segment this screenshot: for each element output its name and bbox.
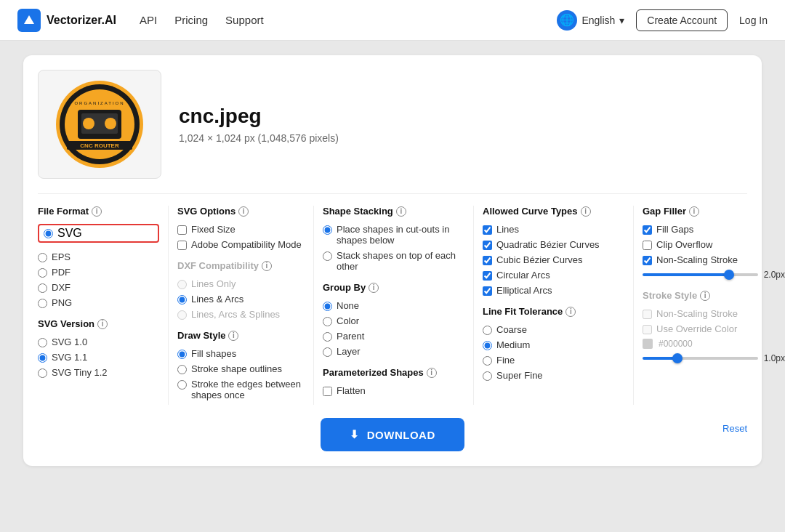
svg-options-title: SVG Options i xyxy=(177,206,305,217)
lines-checkbox[interactable] xyxy=(483,225,492,235)
stroke-slider-row: 1.0px xyxy=(643,353,785,363)
dxf-radio[interactable] xyxy=(38,283,47,293)
flatten-label: Flatten xyxy=(337,385,366,396)
svg-marker-0 xyxy=(24,15,34,24)
lines-arcs-splines-radio[interactable] xyxy=(177,310,187,320)
adobe-compat-checkbox[interactable] xyxy=(177,241,187,250)
pdf-option: PDF xyxy=(38,267,159,278)
col-curves: Allowed Curve Types i Lines Quadratic Bé… xyxy=(474,206,634,405)
file-thumbnail: CNC ROUTER ORGANIZATION xyxy=(38,70,161,179)
group-by-info-icon[interactable]: i xyxy=(369,283,379,293)
clip-overflow-checkbox[interactable] xyxy=(643,241,652,250)
group-layer-label: Layer xyxy=(337,346,361,357)
gap-filler-slider-track[interactable] xyxy=(643,273,758,276)
gap-filler-info-icon[interactable]: i xyxy=(689,206,699,217)
elliptical-arcs-checkbox[interactable] xyxy=(483,286,492,296)
dxf-option: DXF xyxy=(38,282,159,293)
eps-option: EPS xyxy=(38,251,159,262)
allowed-curves-title: Allowed Curve Types i xyxy=(483,206,624,217)
coarse-radio[interactable] xyxy=(483,326,492,335)
cubic-bezier-checkbox[interactable] xyxy=(483,256,492,265)
eps-radio[interactable] xyxy=(38,253,47,262)
super-fine-radio[interactable] xyxy=(483,371,492,381)
group-parent-label: Parent xyxy=(337,331,364,342)
stroke-slider-thumb xyxy=(672,353,683,363)
adobe-compat-label: Adobe Compatibility Mode xyxy=(191,239,302,250)
stroke-non-scaling-checkbox[interactable] xyxy=(643,310,652,319)
group-color-radio[interactable] xyxy=(323,317,332,326)
fixed-size-checkbox[interactable] xyxy=(177,225,187,235)
nav-api[interactable]: API xyxy=(140,14,157,26)
shape-stacking-info-icon[interactable]: i xyxy=(396,206,406,217)
nav-support[interactable]: Support xyxy=(225,14,264,26)
logo[interactable]: Vectorizer.AI xyxy=(17,9,116,32)
use-override-color-checkbox[interactable] xyxy=(643,325,652,334)
login-link[interactable]: Log In xyxy=(739,15,768,26)
stack-top-radio[interactable] xyxy=(323,251,332,261)
svg10-radio[interactable] xyxy=(38,338,47,347)
medium-radio[interactable] xyxy=(483,341,492,350)
circular-arcs-checkbox[interactable] xyxy=(483,271,492,281)
thumbnail-svg: CNC ROUTER ORGANIZATION xyxy=(45,77,154,172)
fill-shapes-radio[interactable] xyxy=(177,350,187,359)
svg-radio[interactable] xyxy=(44,229,53,238)
language-selector[interactable]: 🌐 English ▾ xyxy=(557,10,624,31)
group-none-radio[interactable] xyxy=(323,302,332,311)
png-option: PNG xyxy=(38,297,159,308)
fine-option: Fine xyxy=(483,355,624,366)
elliptical-arcs-label: Elliptical Arcs xyxy=(496,285,552,296)
download-icon: ⬇ xyxy=(350,428,360,441)
medium-option: Medium xyxy=(483,339,624,350)
lines-arcs-splines-option: Lines, Arcs & Splines xyxy=(177,309,305,320)
download-row: ⬇ DOWNLOAD Reset xyxy=(38,405,747,451)
nav-pricing[interactable]: Pricing xyxy=(174,14,208,26)
group-parent-radio[interactable] xyxy=(323,332,332,342)
stroke-edges-label: Stroke the edges between shapes once xyxy=(191,379,305,400)
super-fine-option: Super Fine xyxy=(483,370,624,381)
gap-filler-slider-value: 2.0px xyxy=(764,270,785,280)
stroke-edges-radio[interactable] xyxy=(177,380,187,390)
stroke-outlines-radio[interactable] xyxy=(177,365,187,374)
create-account-button[interactable]: Create Account xyxy=(636,9,728,31)
flatten-checkbox[interactable] xyxy=(323,387,332,396)
non-scaling-stroke-checkbox[interactable] xyxy=(643,256,652,265)
download-button[interactable]: ⬇ DOWNLOAD xyxy=(321,418,464,451)
lines-option: Lines xyxy=(483,224,624,235)
fill-gaps-checkbox[interactable] xyxy=(643,225,652,235)
group-layer-radio[interactable] xyxy=(323,347,332,357)
svg-version-info-icon[interactable]: i xyxy=(97,319,108,329)
options-grid: File Format i SVG EPS PDF DXF xyxy=(38,193,747,405)
lines-only-radio[interactable] xyxy=(177,280,187,289)
stroke-slider-track[interactable] xyxy=(643,357,758,360)
lines-only-label: Lines Only xyxy=(191,278,236,289)
fine-radio[interactable] xyxy=(483,356,492,366)
svg-options-info-icon[interactable]: i xyxy=(238,206,249,217)
svg-point-7 xyxy=(105,118,116,129)
stroke-style-info-icon[interactable]: i xyxy=(700,291,710,301)
line-fit-info-icon[interactable]: i xyxy=(565,307,576,317)
pdf-radio[interactable] xyxy=(38,268,47,278)
param-shapes-info-icon[interactable]: i xyxy=(427,368,437,378)
svg11-option: SVG 1.1 xyxy=(38,352,159,363)
param-shapes-title: Parameterized Shapes i xyxy=(323,367,464,378)
file-meta: cnc.jpeg 1,024 × 1,024 px (1,048,576 pix… xyxy=(179,105,339,144)
svg11-radio[interactable] xyxy=(38,353,47,363)
quad-bezier-checkbox[interactable] xyxy=(483,241,492,250)
nav-right: 🌐 English ▾ Create Account Log In xyxy=(557,9,768,31)
lines-arcs-radio[interactable] xyxy=(177,295,187,305)
stroke-edges-option: Stroke the edges between shapes once xyxy=(177,379,305,400)
file-dimensions: 1,024 × 1,024 px (1,048,576 pixels) xyxy=(179,132,339,144)
stack-top-option: Stack shapes on top of each other xyxy=(323,250,464,272)
dxf-compat-info-icon[interactable]: i xyxy=(262,261,272,271)
reset-link[interactable]: Reset xyxy=(722,423,747,434)
svgtiny-radio[interactable] xyxy=(38,368,47,378)
clip-overflow-option: Clip Overflow xyxy=(643,239,785,250)
allowed-curves-info-icon[interactable]: i xyxy=(581,206,591,217)
draw-style-info-icon[interactable]: i xyxy=(228,331,238,341)
stroke-non-scaling-option: Non-Scaling Stroke xyxy=(643,308,785,319)
super-fine-label: Super Fine xyxy=(496,370,543,381)
file-format-info-icon[interactable]: i xyxy=(92,206,102,217)
png-radio[interactable] xyxy=(38,299,47,308)
color-value: #000000 xyxy=(659,339,693,349)
place-cutouts-radio[interactable] xyxy=(323,225,332,235)
